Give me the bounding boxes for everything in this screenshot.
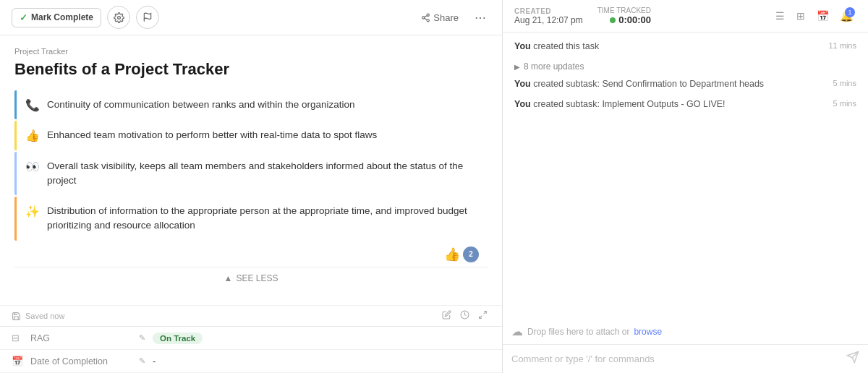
svg-line-8 xyxy=(484,312,487,314)
timer-value: 0:00:00 xyxy=(610,14,651,25)
browse-link[interactable]: browse xyxy=(634,327,662,337)
activity-detail-1: created this task xyxy=(533,41,599,51)
activity-action-3: created subtask: xyxy=(533,99,602,109)
comment-placeholder: Comment or type '/' for commands xyxy=(511,353,655,364)
rag-field-edit-icon[interactable]: ✎ xyxy=(139,333,145,343)
share-label: Share xyxy=(433,12,459,23)
activity-time-2: 5 mins xyxy=(833,79,856,87)
activity-entry-subtask-1: 5 mins You created subtask: Send Confirm… xyxy=(514,79,856,89)
benefit-emoji-4: ✨ xyxy=(25,205,40,218)
notification-badge: 1 xyxy=(845,7,855,17)
activity-user-2: You xyxy=(514,79,531,89)
completion-field-label: Date of Completion xyxy=(30,356,132,366)
timer-label: TIME TRACKED xyxy=(597,7,651,14)
benefit-item-4: ✨ Distribution of information to the app… xyxy=(14,197,488,241)
grid-view-icon-btn[interactable]: ⊞ xyxy=(792,7,809,25)
bottom-bar: Saved now xyxy=(0,305,502,326)
benefit-emoji-3: 👀 xyxy=(25,160,40,173)
svg-point-4 xyxy=(427,19,429,21)
svg-line-6 xyxy=(425,15,427,17)
timer-dot xyxy=(610,17,616,23)
bottom-bar-icons xyxy=(439,309,490,323)
rag-field-value[interactable]: On Track xyxy=(153,333,490,343)
list-view-icon-btn[interactable]: ☰ xyxy=(771,7,789,25)
chevron-right-icon: ▶ xyxy=(514,63,520,71)
benefit-text-3: Overall task visibility, keeps all team … xyxy=(47,159,479,189)
cloud-icon: ☁ xyxy=(511,325,523,338)
svg-point-3 xyxy=(422,16,425,18)
created-label: CREATED xyxy=(514,7,583,15)
created-section: CREATED Aug 21, 12:07 pm xyxy=(514,7,583,25)
toolbar: ✓ Mark Complete Share ⋯ xyxy=(0,0,502,35)
saved-now-label: Saved now xyxy=(25,312,64,320)
activity-user-1: You xyxy=(514,41,531,51)
main-content: Project Tracker Benefits of a Project Tr… xyxy=(0,35,502,305)
chevron-up-icon: ▲ xyxy=(224,273,233,283)
activity-entry-created: 11 mins You created this task xyxy=(514,41,856,51)
activity-user-3: You xyxy=(514,99,531,109)
rag-field-label: RAG xyxy=(30,333,132,343)
svg-line-9 xyxy=(480,316,482,319)
benefit-item-1: 📞 Continuity of communication between ra… xyxy=(14,90,488,119)
fields-area: ⊟ RAG ✎ On Track 📅 Date of Completion ✎ … xyxy=(0,326,502,373)
reaction-area: 👍 2 xyxy=(14,242,488,267)
flag-icon-btn[interactable] xyxy=(136,6,159,29)
edit-icon-btn[interactable] xyxy=(439,309,454,323)
benefits-list: 📞 Continuity of communication between ra… xyxy=(14,90,488,241)
mark-complete-button[interactable]: ✓ Mark Complete xyxy=(12,8,101,27)
completion-field-edit-icon[interactable]: ✎ xyxy=(139,356,145,366)
notification-btn[interactable]: 🔔 1 xyxy=(836,6,856,26)
activity-time-3: 5 mins xyxy=(833,99,856,108)
drop-files-bar: ☁ Drop files here to attach or browse xyxy=(503,320,868,344)
page-title: Benefits of a Project Tracker xyxy=(14,60,488,79)
activity-action-2: created subtask: xyxy=(533,79,602,89)
right-panel: CREATED Aug 21, 12:07 pm TIME TRACKED 0:… xyxy=(503,0,868,373)
send-button[interactable] xyxy=(846,351,859,367)
settings-icon-btn[interactable] xyxy=(107,6,130,29)
thumbs-up-reaction[interactable]: 👍 xyxy=(444,246,460,262)
benefit-emoji-1: 📞 xyxy=(25,98,40,112)
benefit-text-2: Enhanced team motivation to perform bett… xyxy=(47,128,377,142)
save-icon xyxy=(12,312,21,321)
clock-icon-btn[interactable] xyxy=(457,309,472,323)
share-button[interactable]: Share xyxy=(415,9,464,26)
timer-display: 0:00:00 xyxy=(618,14,651,25)
calendar-icon-btn[interactable]: 📅 xyxy=(812,7,833,25)
left-panel: ✓ Mark Complete Share ⋯ Project Tracker xyxy=(0,0,503,373)
svg-point-0 xyxy=(117,16,120,19)
more-updates[interactable]: ▶ 8 more updates xyxy=(514,61,856,72)
benefit-text-4: Distribution of information to the appro… xyxy=(47,204,479,233)
breadcrumb: Project Tracker xyxy=(14,47,488,56)
mark-complete-label: Mark Complete xyxy=(31,12,93,22)
field-row-rag: ⊟ RAG ✎ On Track xyxy=(0,327,502,350)
svg-line-5 xyxy=(425,18,427,20)
completion-field-value[interactable]: - xyxy=(153,356,490,366)
svg-point-2 xyxy=(427,14,429,16)
comment-area: Comment or type '/' for commands xyxy=(503,344,868,373)
drop-files-prefix: Drop files here to attach or xyxy=(527,327,629,337)
benefit-text-1: Continuity of communication between rank… xyxy=(47,98,355,112)
more-options-button[interactable]: ⋯ xyxy=(470,8,490,27)
check-icon: ✓ xyxy=(20,12,27,23)
on-track-badge: On Track xyxy=(153,333,203,344)
expand-icon-btn[interactable] xyxy=(475,309,490,323)
field-row-completion: 📅 Date of Completion ✎ - xyxy=(0,350,502,373)
activity-time-1: 11 mins xyxy=(828,41,856,50)
completion-field-icon: 📅 xyxy=(12,356,23,366)
more-updates-label: 8 more updates xyxy=(524,61,584,72)
timer-section: TIME TRACKED 0:00:00 xyxy=(597,7,651,25)
rag-field-icon: ⊟ xyxy=(12,333,23,343)
benefit-item-3: 👀 Overall task visibility, keeps all tea… xyxy=(14,152,488,196)
benefit-item-2: 👍 Enhanced team motivation to perform be… xyxy=(14,121,488,150)
activity-feed: 11 mins You created this task ▶ 8 more u… xyxy=(503,33,868,320)
see-less-bar[interactable]: ▲ SEE LESS xyxy=(14,267,488,289)
comment-input[interactable]: Comment or type '/' for commands xyxy=(511,353,841,364)
created-value: Aug 21, 12:07 pm xyxy=(514,15,583,25)
activity-header: CREATED Aug 21, 12:07 pm TIME TRACKED 0:… xyxy=(503,0,868,33)
reaction-count: 2 xyxy=(463,246,479,262)
activity-subtask-1: Send Confirmation to Department heads xyxy=(602,79,764,89)
activity-entry-subtask-2: 5 mins You created subtask: Implement Ou… xyxy=(514,99,856,109)
activity-subtask-2: Implement Outputs - GO LIVE! xyxy=(602,99,725,109)
see-less-label: SEE LESS xyxy=(236,273,278,283)
benefit-emoji-2: 👍 xyxy=(25,129,40,142)
